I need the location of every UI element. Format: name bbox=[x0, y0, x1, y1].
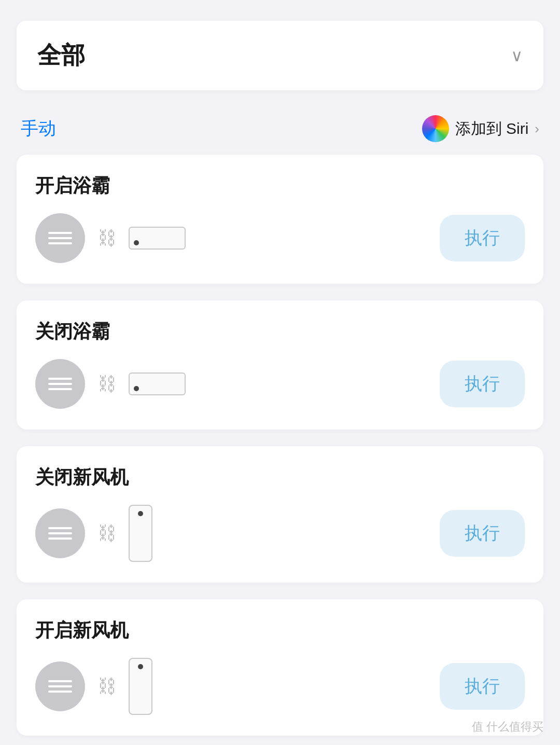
horizontal-device bbox=[129, 227, 186, 250]
shortcut-name: 关闭新风机 bbox=[35, 465, 525, 490]
filter-dropdown[interactable]: 全部 ∨ bbox=[17, 21, 543, 90]
scene-icon bbox=[35, 359, 85, 409]
filter-label: 全部 bbox=[37, 39, 85, 72]
shortcut-body: ⛓执行 bbox=[35, 213, 525, 263]
siri-add-label: 添加到 Siri bbox=[455, 118, 529, 140]
execute-button[interactable]: 执行 bbox=[440, 510, 525, 557]
scene-icon bbox=[35, 661, 85, 711]
chevron-down-icon: ∨ bbox=[511, 46, 523, 65]
shortcut-card-open-fresh-air: 开启新风机 ⛓执行 bbox=[17, 599, 543, 736]
vertical-device bbox=[129, 505, 152, 562]
scene-icon bbox=[35, 508, 85, 558]
shortcut-left: ⛓ bbox=[35, 359, 186, 409]
execute-button[interactable]: 执行 bbox=[440, 361, 525, 407]
scene-icon bbox=[35, 213, 85, 263]
watermark: 值 什么值得买 bbox=[472, 719, 543, 735]
shortcut-left: ⛓ bbox=[35, 658, 152, 715]
shortcut-card-close-bath-heater: 关闭浴霸 ⛓执行 bbox=[17, 300, 543, 430]
link-icon: ⛓ bbox=[97, 522, 116, 544]
execute-button[interactable]: 执行 bbox=[440, 663, 525, 710]
page-container: 全部 ∨ 手动 添加到 Siri › 开启浴霸 ⛓执行关闭浴霸 ⛓执行关闭新风机 bbox=[0, 0, 560, 745]
shortcut-name: 开启新风机 bbox=[35, 618, 525, 643]
siri-add-button[interactable]: 添加到 Siri › bbox=[422, 115, 539, 142]
shortcut-list: 开启浴霸 ⛓执行关闭浴霸 ⛓执行关闭新风机 ⛓执行开启新风机 bbox=[17, 155, 543, 736]
shortcut-card-open-bath-heater: 开启浴霸 ⛓执行 bbox=[17, 155, 543, 284]
siri-icon bbox=[422, 115, 449, 142]
link-icon: ⛓ bbox=[97, 227, 116, 249]
shortcut-name: 开启浴霸 bbox=[35, 173, 525, 199]
shortcut-body: ⛓执行 bbox=[35, 505, 525, 562]
section-title: 手动 bbox=[21, 117, 56, 141]
link-icon: ⛓ bbox=[97, 675, 116, 697]
shortcut-body: ⛓执行 bbox=[35, 359, 525, 409]
shortcut-name: 关闭浴霸 bbox=[35, 319, 525, 344]
execute-button[interactable]: 执行 bbox=[440, 215, 525, 261]
shortcut-left: ⛓ bbox=[35, 213, 186, 263]
vertical-device bbox=[129, 658, 152, 715]
siri-chevron-icon: › bbox=[535, 121, 539, 137]
section-header: 手动 添加到 Siri › bbox=[17, 115, 543, 142]
shortcut-card-close-fresh-air: 关闭新风机 ⛓执行 bbox=[17, 446, 543, 583]
link-icon: ⛓ bbox=[97, 373, 116, 395]
horizontal-device bbox=[129, 373, 186, 395]
shortcut-left: ⛓ bbox=[35, 505, 152, 562]
shortcut-body: ⛓执行 bbox=[35, 658, 525, 715]
